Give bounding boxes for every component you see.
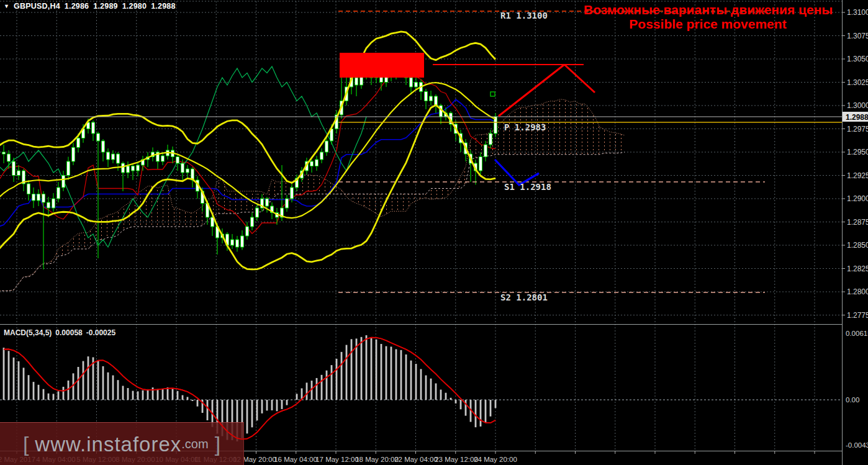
candle-body bbox=[62, 176, 65, 188]
current-price-text: 1.2988 bbox=[846, 113, 868, 122]
candle-body bbox=[32, 194, 35, 201]
candle-body bbox=[181, 163, 184, 173]
candle-body bbox=[92, 122, 95, 133]
price-tick-label: 1.2925 bbox=[847, 171, 868, 180]
red-zone-rectangle[interactable] bbox=[340, 53, 424, 78]
candle-body bbox=[494, 117, 497, 133]
candle-body bbox=[132, 166, 135, 171]
candle-body bbox=[37, 194, 40, 201]
candle-body bbox=[97, 133, 100, 141]
candle-body bbox=[72, 148, 75, 162]
price-axis-bg bbox=[842, 0, 868, 465]
candle-body bbox=[27, 184, 30, 194]
time-tick-label: 16 May 04:00 bbox=[274, 456, 317, 463]
price-tick-label: 1.2950 bbox=[847, 148, 868, 156]
candle-body bbox=[2, 152, 6, 154]
price-tick-label: 1.2800 bbox=[847, 287, 868, 296]
price-tick-label: 1.2900 bbox=[847, 194, 868, 203]
candle-body bbox=[325, 141, 328, 152]
price-tick-label: 1.3025 bbox=[847, 78, 868, 87]
macd-indicator-label: MACD(5,34,5)0.00058-0.00025 bbox=[4, 328, 119, 337]
quote-open: 1.2986 bbox=[65, 2, 89, 11]
macd-signal-value: -0.00025 bbox=[86, 328, 115, 337]
quote-low: 1.2980 bbox=[122, 2, 147, 11]
price-chart-canvas[interactable]: 1.31001.30751.30501.30251.30001.29751.29… bbox=[0, 0, 868, 465]
candle-body bbox=[137, 165, 140, 171]
macd-value: 0.00058 bbox=[55, 328, 82, 337]
time-tick-label: 24 May 20:00 bbox=[474, 456, 517, 463]
level-label-p: P 1.2983 bbox=[504, 122, 546, 132]
candle-body bbox=[246, 227, 249, 236]
macd-tick-label: 0.00615 bbox=[846, 330, 868, 337]
candle-body bbox=[7, 154, 11, 161]
candle-body bbox=[489, 133, 492, 145]
price-movement-annotation: Возможные варианты движения цены Possibl… bbox=[584, 2, 832, 31]
annotation-line-en: Possible price movement bbox=[584, 17, 832, 31]
price-axis[interactable]: 1.31001.30751.30501.30251.30001.29751.29… bbox=[842, 0, 868, 465]
macd-name: MACD(5,34,5) bbox=[4, 328, 52, 337]
level-label-r1: R1 1.3100 bbox=[500, 11, 548, 20]
watermark-right-bracket: ] bbox=[215, 432, 220, 456]
candle-body bbox=[425, 92, 428, 101]
candle-body bbox=[310, 161, 314, 166]
candle-body bbox=[42, 194, 45, 203]
watermark-suffix: .com bbox=[181, 437, 208, 451]
candle-body bbox=[241, 236, 244, 247]
quote-high: 1.2989 bbox=[93, 2, 117, 11]
price-tick-label: 1.3050 bbox=[847, 55, 868, 63]
candle-body bbox=[102, 141, 105, 152]
time-tick-label: 23 May 12:00 bbox=[435, 456, 478, 463]
candle-body bbox=[12, 161, 16, 176]
candle-body bbox=[57, 187, 60, 199]
candle-body bbox=[107, 152, 110, 160]
time-tick-label: 22 May 04:00 bbox=[394, 456, 438, 463]
macd-tick-label: -0.00437 bbox=[846, 441, 868, 449]
candle-body bbox=[176, 157, 179, 164]
candle-body bbox=[315, 160, 319, 166]
price-tick-label: 1.2850 bbox=[847, 241, 868, 250]
price-tick-label: 1.2775 bbox=[847, 311, 868, 320]
symbol-name: GBPUSD,H4 bbox=[14, 2, 60, 11]
candle-body bbox=[479, 157, 482, 171]
annotation-line-ru: Возможные варианты движения цены bbox=[584, 2, 832, 17]
candle-body bbox=[161, 156, 165, 161]
symbol-title: ▼GBPUSD,H41.29861.29891.29801.2988 bbox=[4, 2, 176, 11]
candle-body bbox=[430, 96, 433, 101]
candle-body bbox=[256, 208, 259, 217]
candle-body bbox=[117, 154, 120, 163]
candle-body bbox=[67, 161, 70, 176]
time-tick-label: 18 May 20:00 bbox=[355, 456, 399, 463]
macd-tick-label: 0.00 bbox=[846, 396, 859, 404]
candle-body bbox=[266, 199, 269, 206]
price-tick-label: 1.2875 bbox=[847, 218, 868, 227]
candle-body bbox=[415, 83, 418, 88]
chart-dropdown-icon[interactable]: ▼ bbox=[4, 3, 9, 9]
price-tick-label: 1.3100 bbox=[847, 8, 868, 17]
candle-body bbox=[112, 154, 115, 160]
watermark: [www.instaforex.com] bbox=[0, 422, 244, 465]
candle-body bbox=[320, 152, 323, 160]
time-tick-label: 17 May 12:00 bbox=[315, 456, 359, 463]
price-tick-label: 1.3000 bbox=[847, 101, 868, 110]
chart-background bbox=[0, 0, 868, 465]
candle-body bbox=[127, 166, 130, 173]
candle-body bbox=[47, 202, 50, 208]
price-tick-label: 1.2975 bbox=[847, 125, 868, 133]
level-label-s2: S2 1.2801 bbox=[500, 292, 548, 302]
watermark-left-bracket: [ bbox=[23, 432, 29, 456]
candle-body bbox=[355, 78, 358, 85]
quote-close: 1.2988 bbox=[151, 2, 175, 11]
candle-body bbox=[291, 187, 294, 199]
candle-body bbox=[186, 169, 189, 173]
candle-body bbox=[286, 199, 289, 208]
candle-body bbox=[410, 78, 413, 87]
candle-body bbox=[122, 163, 125, 173]
candle-body bbox=[484, 145, 487, 157]
level-label-s1: S1 1.2918 bbox=[504, 182, 551, 192]
candle-body bbox=[251, 217, 254, 227]
candle-body bbox=[17, 171, 20, 176]
candle-body bbox=[236, 240, 239, 247]
watermark-text: www.instaforex bbox=[35, 433, 181, 456]
candle-body bbox=[77, 138, 80, 148]
price-tick-label: 1.2825 bbox=[847, 264, 868, 273]
